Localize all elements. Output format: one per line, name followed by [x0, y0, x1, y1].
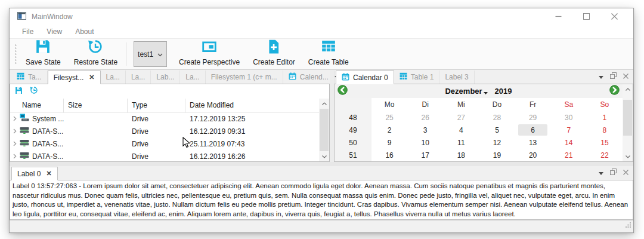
tab-list-dropdown-icon[interactable] [599, 71, 603, 81]
calendar-day[interactable]: 18 [443, 149, 479, 161]
save-icon [35, 39, 51, 56]
calendar-day[interactable]: 17 [407, 149, 443, 161]
tab-label: Filesyst... [54, 73, 84, 82]
scroll-down-icon[interactable] [319, 152, 329, 161]
calendar-day[interactable]: 4 [443, 124, 479, 136]
calendar-next-button[interactable] [609, 85, 620, 97]
bottom-tab-bar: Label 0 ✕ [10, 166, 633, 180]
calendar-day[interactable]: 12 [479, 136, 515, 149]
close-icon[interactable]: ✕ [89, 73, 94, 81]
tab-calend[interactable]: Calend... [283, 71, 335, 84]
toolbar-drag-handle[interactable] [14, 43, 17, 65]
scroll-up-icon[interactable] [623, 84, 633, 94]
tab-filesystem-1-c-m[interactable]: Filesystem 1 (c+ m... [206, 71, 283, 84]
float-panel-icon[interactable] [610, 167, 617, 177]
calendar-day[interactable]: 20 [515, 149, 551, 161]
day-header: Mo [371, 98, 407, 111]
tab-calendar-0[interactable]: Calendar 0 [336, 71, 394, 84]
table-row[interactable]: DATA-S...Drive16.12.2019 09:31 [10, 125, 319, 138]
tab-la[interactable]: La... [101, 71, 126, 84]
day-value: 18 [447, 149, 476, 161]
calendar-day[interactable]: 1 [587, 111, 623, 124]
dock-splitter-horizontal[interactable] [10, 162, 633, 166]
title-bar[interactable]: MainWindow [10, 8, 633, 24]
calendar-month-button[interactable]: Dezember [445, 87, 482, 96]
tab-la[interactable]: La... [126, 71, 151, 84]
calendar-day[interactable]: 29 [515, 111, 551, 124]
tab-list-dropdown-icon[interactable] [599, 167, 603, 177]
calendar-day[interactable]: 13 [515, 136, 551, 149]
create-table-button[interactable]: Create Table [302, 39, 355, 69]
close-panel-icon[interactable] [623, 167, 628, 177]
create-editor-button[interactable]: Create Editor [246, 39, 302, 69]
tab-label-3[interactable]: Label 3 [439, 71, 474, 84]
tab-label-0[interactable]: Label 0 ✕ [11, 167, 58, 180]
menu-file[interactable]: File [16, 27, 40, 36]
chevron-right-icon[interactable] [13, 125, 17, 138]
menu-view[interactable]: View [40, 27, 69, 36]
close-panel-icon[interactable] [623, 71, 628, 81]
close-icon[interactable]: ✕ [46, 170, 51, 177]
calendar-day[interactable]: 27 [443, 111, 479, 124]
calendar-day[interactable]: 8 [587, 124, 623, 136]
dock-splitter-vertical[interactable] [330, 70, 334, 162]
file-type: Drive [128, 113, 185, 125]
calendar-day[interactable]: 25 [371, 111, 407, 124]
calendar-year-button[interactable]: 2019 [495, 87, 512, 96]
calendar-prev-button[interactable] [338, 85, 348, 97]
calendar-day[interactable]: 7 [551, 124, 587, 136]
calendar-day[interactable]: 9 [371, 136, 407, 149]
menu-about[interactable]: About [69, 27, 100, 36]
calendar-day[interactable]: 14 [551, 136, 587, 149]
save-state-button[interactable]: Save State [19, 39, 67, 69]
tab-filesyst[interactable]: Filesyst...✕ [48, 71, 101, 84]
scroll-down-icon[interactable] [623, 152, 633, 161]
restore-state-button[interactable]: Restore State [67, 39, 124, 69]
tab-lab[interactable]: Lab... [151, 71, 180, 84]
tab-ta[interactable]: Ta... [11, 71, 48, 84]
calendar-day[interactable]: 3 [407, 124, 443, 136]
calendar-day[interactable]: 26 [407, 111, 443, 124]
column-header[interactable]: Type [128, 99, 185, 113]
tab-la[interactable]: La... [180, 71, 205, 84]
column-header[interactable]: Name [10, 99, 64, 113]
restore-button[interactable] [30, 86, 38, 97]
resize-grip[interactable] [626, 220, 631, 231]
chevron-right-icon[interactable] [13, 151, 17, 162]
calendar-day[interactable]: 19 [479, 149, 515, 161]
close-button[interactable] [608, 11, 620, 23]
name-cell: DATA-S... [10, 138, 64, 151]
table-row[interactable]: DATA-S...Drive16.12.2019 16:26 [10, 151, 319, 162]
calendar-day[interactable]: 16 [371, 149, 407, 161]
chevron-right-icon[interactable] [13, 113, 17, 125]
column-header[interactable]: Date Modified [185, 99, 319, 113]
table-row[interactable]: System ...Drive17.12.2019 13:25 [10, 113, 319, 125]
column-header[interactable]: Size [64, 99, 128, 113]
maximize-button[interactable] [580, 11, 592, 23]
create-perspective-button[interactable]: Create Perspective [172, 39, 246, 69]
chevron-right-icon[interactable] [13, 138, 17, 151]
calendar-day[interactable]: 11 [443, 136, 479, 149]
calendar-day[interactable]: 15 [587, 136, 623, 149]
day-value: 19 [482, 149, 512, 161]
scroll-up-icon[interactable] [319, 99, 329, 108]
save-button[interactable] [15, 86, 23, 97]
calendar-day[interactable]: 6 [515, 124, 551, 136]
calendar-week-number: 51 [335, 149, 371, 161]
calendar-day[interactable]: 5 [479, 124, 515, 136]
perspective-combo[interactable]: test1 [134, 41, 167, 67]
file-name: DATA-S... [32, 125, 63, 138]
table-row[interactable]: DATA-S...Drive25.11.2019 07:43 [10, 138, 319, 151]
tab-table-1[interactable]: Table 1 [394, 71, 440, 84]
float-panel-icon[interactable] [610, 71, 617, 81]
calendar-day[interactable]: 10 [407, 136, 443, 149]
minimize-button[interactable] [552, 11, 564, 23]
file-list-scrollbar[interactable] [319, 99, 329, 161]
calendar-day[interactable]: 30 [551, 111, 587, 124]
month-dropdown-icon[interactable] [484, 87, 488, 96]
calendar-day[interactable]: 28 [479, 111, 515, 124]
calendar-scrollbar[interactable] [623, 84, 633, 161]
calendar-day[interactable]: 21 [551, 149, 587, 161]
calendar-day[interactable]: 22 [587, 149, 623, 161]
calendar-day[interactable]: 2 [371, 124, 407, 136]
